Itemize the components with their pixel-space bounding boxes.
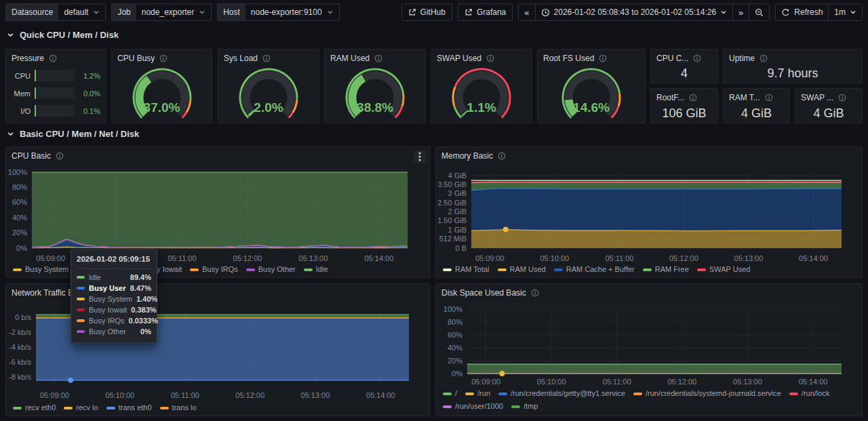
svg-text:0%: 0% xyxy=(452,369,462,378)
legend-item[interactable]: Busy System xyxy=(13,265,68,274)
variable-value-dropdown[interactable]: node-exporter:9100 xyxy=(245,4,339,20)
time-shift-forward-button[interactable]: » xyxy=(732,4,749,20)
legend-item[interactable]: Busy User xyxy=(77,265,123,274)
panel-title[interactable]: RootF... xyxy=(656,93,684,102)
info-icon[interactable] xyxy=(838,94,846,102)
section-basic-cpu-mem-net-disk[interactable]: Basic CPU / Mem / Net / Disk xyxy=(7,129,139,139)
panel-swap-used-gauge: SWAP Used 1.1% xyxy=(431,49,532,123)
section-quick-cpu-mem-disk[interactable]: Quick CPU / Mem / Disk xyxy=(7,30,119,40)
legend-item[interactable]: Busy IRQs xyxy=(190,265,238,274)
legend-item[interactable]: /run xyxy=(465,389,490,398)
variable-datasource[interactable]: Datasource default xyxy=(5,3,106,21)
svg-text:512 MiB: 512 MiB xyxy=(439,235,467,243)
refresh-button[interactable]: Refresh xyxy=(776,4,828,20)
svg-text:40%: 40% xyxy=(448,344,462,352)
variable-label: Host xyxy=(218,4,245,20)
panel-title[interactable]: CPU Busy xyxy=(117,54,155,63)
external-link-icon xyxy=(408,8,416,16)
legend-item[interactable]: SWAP Used xyxy=(697,265,751,274)
panel-title[interactable]: Pressure xyxy=(12,54,44,63)
panel-title[interactable]: Uptime xyxy=(729,54,755,63)
svg-text:05:12:00: 05:12:00 xyxy=(235,391,264,399)
cpu-basic-chart[interactable]: 05:09:0005:10:0005:11:0005:12:0005:13:00… xyxy=(6,147,431,279)
panel-swap-total-stat: SWAP ... 4 GiB xyxy=(795,88,863,123)
legend-item[interactable]: /run/lock xyxy=(789,389,830,398)
stat-value: 106 GiB xyxy=(651,104,717,123)
svg-text:05:13:00: 05:13:00 xyxy=(301,391,330,399)
info-icon[interactable] xyxy=(693,54,701,62)
legend-item[interactable]: /run/user/1000 xyxy=(443,402,503,411)
info-icon[interactable] xyxy=(262,54,271,62)
legend-item[interactable]: RAM Free xyxy=(643,265,689,274)
svg-text:05:09:00: 05:09:00 xyxy=(36,254,65,262)
network-traffic-chart[interactable]: 05:09:0005:10:0005:11:0005:12:0005:13:00… xyxy=(6,284,431,417)
grafana-link-button[interactable]: Grafana xyxy=(458,3,513,21)
info-icon[interactable] xyxy=(765,94,773,102)
svg-text:05:10:00: 05:10:00 xyxy=(537,378,566,386)
panel-network-traffic-basic: Network Traffic Basic 05:09:0005:10:0005… xyxy=(5,283,430,416)
legend-item[interactable]: /tmp xyxy=(511,402,538,411)
stat-value: 4 GiB xyxy=(795,104,862,123)
info-icon[interactable] xyxy=(760,54,768,62)
pressure-bar-gauge xyxy=(35,87,75,99)
panel-root-fs-used-gauge: Root FS Used 14.6% xyxy=(537,49,646,123)
variable-label: Datasource xyxy=(6,4,58,20)
panel-ram-total-stat: RAM T... 4 GiB xyxy=(723,88,790,123)
time-shift-back-button[interactable]: « xyxy=(519,4,534,20)
legend-item[interactable]: trans eth0 xyxy=(106,403,152,412)
info-icon[interactable] xyxy=(689,94,697,102)
svg-text:100%: 100% xyxy=(443,305,462,313)
svg-text:-8 kb/s: -8 kb/s xyxy=(9,373,32,381)
svg-text:-6 kb/s: -6 kb/s xyxy=(9,358,32,366)
legend-item[interactable]: / xyxy=(443,389,457,398)
legend-item[interactable]: trans lo xyxy=(160,403,197,412)
info-icon[interactable] xyxy=(159,54,167,62)
memory-basic-chart[interactable]: 05:09:0005:10:0005:11:0005:12:0005:13:00… xyxy=(436,147,863,279)
info-icon[interactable] xyxy=(374,54,382,62)
info-icon[interactable] xyxy=(49,54,57,62)
legend-item[interactable]: RAM Total xyxy=(443,265,490,274)
legend-item[interactable]: recv lo xyxy=(64,403,98,412)
legend-item[interactable]: RAM Used xyxy=(498,265,546,274)
svg-text:05:13:00: 05:13:00 xyxy=(734,254,764,262)
caret-down-icon xyxy=(199,9,205,16)
svg-text:0 B: 0 B xyxy=(455,244,467,252)
panel-sys-load-gauge: Sys Load 2.0% xyxy=(218,49,319,123)
panel-title[interactable]: SWAP Used xyxy=(437,54,481,63)
legend-item[interactable]: /run/credentials/getty@tty1.service xyxy=(498,389,625,398)
svg-text:3 GiB: 3 GiB xyxy=(448,189,467,197)
info-icon[interactable] xyxy=(486,54,494,62)
stat-value: 9.7 hours xyxy=(724,64,862,83)
legend-item[interactable]: RAM Cache + Buffer xyxy=(554,265,635,274)
refresh-interval-dropdown[interactable]: 1m xyxy=(828,4,862,20)
gauge: 14.6% xyxy=(554,66,629,123)
panel-title[interactable]: Root FS Used xyxy=(543,54,594,63)
svg-text:-4 kb/s: -4 kb/s xyxy=(9,343,32,351)
variable-value-dropdown[interactable]: node_exporter xyxy=(136,4,211,20)
svg-text:05:10:00: 05:10:00 xyxy=(105,391,134,399)
pressure-row: I/O 0.1% xyxy=(12,105,100,117)
github-link-button[interactable]: GitHub xyxy=(401,3,452,21)
legend-item[interactable]: Idle xyxy=(304,265,328,274)
time-range-button[interactable]: 2026-01-02 05:08:43 to 2026-01-02 05:14:… xyxy=(535,4,733,20)
svg-text:05:14:00: 05:14:00 xyxy=(366,391,395,399)
zoom-out-time-button[interactable] xyxy=(749,4,769,20)
gauge: 1.1% xyxy=(444,66,519,123)
variable-host[interactable]: Host node-exporter:9100 xyxy=(217,3,339,21)
panel-title[interactable]: CPU C... xyxy=(656,54,688,63)
legend-item[interactable]: Busy Iowait xyxy=(132,265,182,274)
panel-title[interactable]: RAM Used xyxy=(330,54,370,63)
legend-item[interactable]: Busy Other xyxy=(246,265,296,274)
panel-title[interactable]: Sys Load xyxy=(224,54,258,63)
panel-title[interactable]: RAM T... xyxy=(729,93,760,102)
svg-text:05:11:00: 05:11:00 xyxy=(605,254,633,262)
svg-text:05:13:00: 05:13:00 xyxy=(299,254,328,262)
info-icon[interactable] xyxy=(599,54,607,62)
variable-value-dropdown[interactable]: default xyxy=(58,4,105,20)
legend-item[interactable]: /run/credentials/systemd-journald.servic… xyxy=(633,389,781,398)
svg-text:05:12:00: 05:12:00 xyxy=(669,254,698,262)
variable-job[interactable]: Job node_exporter xyxy=(111,3,212,21)
legend-item[interactable]: recv eth0 xyxy=(13,403,56,412)
clock-icon xyxy=(541,8,550,17)
panel-title[interactable]: SWAP ... xyxy=(801,93,833,102)
